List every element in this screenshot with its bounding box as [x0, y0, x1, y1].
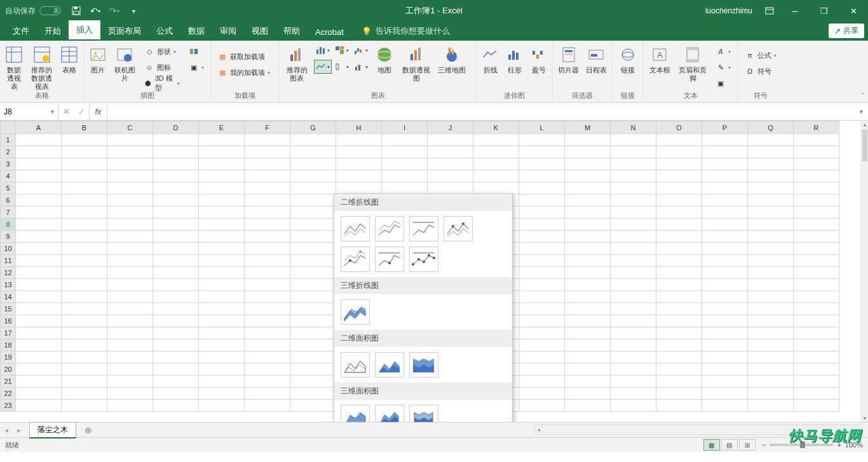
cell-E23[interactable]: [199, 400, 245, 412]
column-header-I[interactable]: I: [382, 121, 428, 134]
cell-B4[interactable]: [62, 170, 107, 182]
cell-A14[interactable]: [16, 291, 62, 303]
cell-O16[interactable]: [656, 315, 702, 327]
cell-D13[interactable]: [153, 279, 199, 291]
cell-D3[interactable]: [153, 158, 199, 170]
cell-E13[interactable]: [199, 279, 245, 291]
column-header-D[interactable]: D: [153, 121, 199, 134]
column-header-G[interactable]: G: [290, 121, 336, 134]
cell-E8[interactable]: [199, 219, 245, 231]
cell-D18[interactable]: [153, 339, 199, 351]
cell-D11[interactable]: [153, 255, 199, 267]
cell-Q21[interactable]: [748, 376, 794, 388]
cell-O18[interactable]: [656, 339, 702, 351]
cell-A12[interactable]: [16, 267, 62, 279]
cell-D7[interactable]: [153, 207, 199, 219]
cell-R11[interactable]: [794, 255, 839, 267]
cell-D17[interactable]: [153, 327, 199, 339]
cell-A3[interactable]: [16, 158, 62, 170]
pivotchart-button[interactable]: 数据透视图: [399, 43, 433, 83]
row-header-23[interactable]: 23: [1, 400, 16, 412]
cell-M18[interactable]: [565, 339, 611, 351]
cell-R21[interactable]: [794, 376, 839, 388]
cell-P2[interactable]: [702, 146, 748, 158]
object-button[interactable]: ▣: [713, 76, 733, 90]
cell-O5[interactable]: [656, 182, 702, 194]
cell-L3[interactable]: [519, 158, 565, 170]
sheet-nav-prev[interactable]: ◂: [0, 426, 13, 435]
cell-M10[interactable]: [565, 243, 611, 255]
cell-C17[interactable]: [107, 327, 153, 339]
cell-A9[interactable]: [16, 231, 62, 243]
cell-L21[interactable]: [519, 376, 565, 388]
cell-C5[interactable]: [107, 182, 153, 194]
cell-N17[interactable]: [611, 327, 656, 339]
tab-acrobat[interactable]: Acrobat: [308, 24, 351, 41]
cell-L13[interactable]: [519, 279, 565, 291]
cell-E1[interactable]: [199, 134, 245, 146]
save-icon[interactable]: [70, 4, 83, 17]
cell-Q15[interactable]: [748, 303, 794, 315]
3dmap-button[interactable]: 三维地图: [437, 43, 466, 74]
cell-N21[interactable]: [611, 376, 656, 388]
cell-K4[interactable]: [473, 170, 519, 182]
cell-E9[interactable]: [199, 231, 245, 243]
cell-C18[interactable]: [107, 339, 153, 351]
cell-M16[interactable]: [565, 315, 611, 327]
cell-M21[interactable]: [565, 376, 611, 388]
qat-customize-icon[interactable]: ▾: [127, 4, 140, 17]
redo-icon[interactable]: ↷▾: [108, 4, 121, 17]
cell-O2[interactable]: [656, 146, 702, 158]
cell-K1[interactable]: [473, 134, 519, 146]
line-chart-type-6[interactable]: [375, 247, 404, 272]
cell-G15[interactable]: [290, 303, 336, 315]
cell-L12[interactable]: [519, 267, 565, 279]
cell-Q14[interactable]: [748, 291, 794, 303]
line-chart-type-1[interactable]: [341, 216, 370, 241]
cell-M1[interactable]: [565, 134, 611, 146]
cell-N15[interactable]: [611, 303, 656, 315]
cell-Q16[interactable]: [748, 315, 794, 327]
cell-P9[interactable]: [702, 231, 748, 243]
cell-K3[interactable]: [473, 158, 519, 170]
cell-E6[interactable]: [199, 194, 245, 207]
cell-L2[interactable]: [519, 146, 565, 158]
cell-E18[interactable]: [199, 339, 245, 351]
cell-J2[interactable]: [428, 146, 473, 158]
cell-O15[interactable]: [656, 303, 702, 315]
cell-N7[interactable]: [611, 207, 656, 219]
cell-D20[interactable]: [153, 363, 199, 376]
picture-button[interactable]: 图片: [88, 43, 108, 74]
cell-P3[interactable]: [702, 158, 748, 170]
cell-D2[interactable]: [153, 146, 199, 158]
cell-G14[interactable]: [290, 291, 336, 303]
cell-L5[interactable]: [519, 182, 565, 194]
cell-F7[interactable]: [245, 207, 290, 219]
cell-N22[interactable]: [611, 388, 656, 400]
row-header-7[interactable]: 7: [1, 207, 16, 219]
cell-M2[interactable]: [565, 146, 611, 158]
formula-input[interactable]: ▼: [107, 103, 868, 120]
cell-E21[interactable]: [199, 376, 245, 388]
insert-function-icon[interactable]: fx: [90, 103, 107, 120]
cell-P15[interactable]: [702, 303, 748, 315]
cell-O11[interactable]: [656, 255, 702, 267]
cell-P10[interactable]: [702, 243, 748, 255]
cell-B6[interactable]: [62, 194, 107, 207]
cell-A16[interactable]: [16, 315, 62, 327]
cell-F15[interactable]: [245, 303, 290, 315]
cell-A19[interactable]: [16, 351, 62, 363]
row-header-12[interactable]: 12: [1, 267, 16, 279]
cell-A17[interactable]: [16, 327, 62, 339]
cell-A11[interactable]: [16, 255, 62, 267]
cell-O22[interactable]: [656, 388, 702, 400]
cell-L18[interactable]: [519, 339, 565, 351]
cell-B17[interactable]: [62, 327, 107, 339]
cell-N8[interactable]: [611, 219, 656, 231]
cell-M23[interactable]: [565, 400, 611, 412]
cell-C8[interactable]: [107, 219, 153, 231]
expand-formula-icon[interactable]: ▼: [858, 109, 864, 115]
cell-G18[interactable]: [290, 339, 336, 351]
horizontal-scrollbar[interactable]: ◂ ▸: [534, 425, 862, 435]
cell-R7[interactable]: [794, 207, 839, 219]
